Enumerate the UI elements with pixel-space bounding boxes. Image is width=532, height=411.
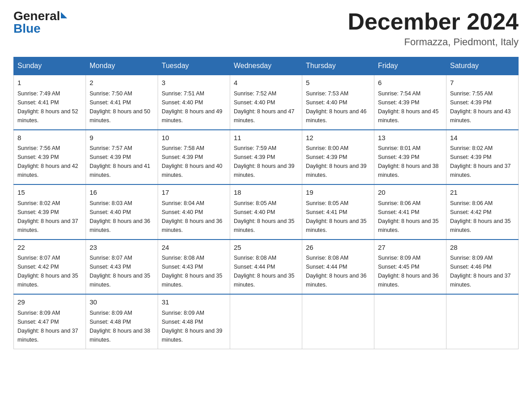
- day-number: 12: [306, 133, 370, 143]
- day-number: 28: [450, 243, 515, 253]
- day-info: Sunrise: 8:02 AMSunset: 4:39 PMDaylight:…: [450, 145, 511, 178]
- day-info: Sunrise: 8:06 AMSunset: 4:41 PMDaylight:…: [378, 200, 439, 233]
- day-info: Sunrise: 7:53 AMSunset: 4:40 PMDaylight:…: [306, 90, 367, 124]
- day-number: 19: [306, 188, 370, 198]
- day-info: Sunrise: 8:01 AMSunset: 4:39 PMDaylight:…: [378, 145, 439, 178]
- day-number: 27: [378, 243, 442, 253]
- weekday-header-sunday: Sunday: [14, 57, 86, 75]
- title-area: December 2024 Formazza, Piedmont, Italy: [348, 9, 519, 48]
- calendar-week-row: 1 Sunrise: 7:49 AMSunset: 4:41 PMDayligh…: [14, 75, 519, 130]
- calendar-week-row: 22 Sunrise: 8:07 AMSunset: 4:42 PMDaylig…: [14, 240, 519, 295]
- day-number: 20: [378, 188, 442, 198]
- day-number: 5: [306, 78, 370, 88]
- day-number: 22: [17, 243, 82, 253]
- day-info: Sunrise: 8:05 AMSunset: 4:41 PMDaylight:…: [306, 200, 367, 233]
- calendar-cell: 14 Sunrise: 8:02 AMSunset: 4:39 PMDaylig…: [446, 130, 519, 185]
- calendar-cell: 29 Sunrise: 8:09 AMSunset: 4:47 PMDaylig…: [14, 294, 86, 349]
- calendar-cell: 7 Sunrise: 7:55 AMSunset: 4:39 PMDayligh…: [446, 75, 519, 130]
- day-number: 6: [378, 78, 442, 88]
- day-info: Sunrise: 8:09 AMSunset: 4:45 PMDaylight:…: [378, 255, 439, 288]
- calendar-cell: 17 Sunrise: 8:04 AMSunset: 4:40 PMDaylig…: [158, 184, 230, 240]
- calendar-cell: 20 Sunrise: 8:06 AMSunset: 4:41 PMDaylig…: [374, 184, 446, 240]
- day-info: Sunrise: 8:08 AMSunset: 4:44 PMDaylight:…: [234, 255, 295, 288]
- calendar-cell: 16 Sunrise: 8:03 AMSunset: 4:40 PMDaylig…: [86, 184, 158, 240]
- calendar-cell: 24 Sunrise: 8:08 AMSunset: 4:43 PMDaylig…: [158, 240, 230, 295]
- logo-blue-text: Blue: [13, 21, 41, 35]
- calendar-week-row: 8 Sunrise: 7:56 AMSunset: 4:39 PMDayligh…: [14, 130, 519, 185]
- calendar-cell: 25 Sunrise: 8:08 AMSunset: 4:44 PMDaylig…: [230, 240, 302, 295]
- day-info: Sunrise: 8:05 AMSunset: 4:40 PMDaylight:…: [234, 200, 295, 233]
- day-info: Sunrise: 7:55 AMSunset: 4:39 PMDaylight:…: [450, 90, 511, 124]
- calendar-cell: 15 Sunrise: 8:02 AMSunset: 4:39 PMDaylig…: [14, 184, 86, 240]
- day-info: Sunrise: 8:09 AMSunset: 4:47 PMDaylight:…: [17, 310, 78, 343]
- day-number: 4: [234, 78, 298, 88]
- day-number: 30: [90, 297, 154, 308]
- calendar-cell: 12 Sunrise: 8:00 AMSunset: 4:39 PMDaylig…: [302, 130, 374, 185]
- calendar-cell: [374, 294, 446, 349]
- day-number: 10: [162, 133, 226, 143]
- day-number: 1: [17, 78, 82, 88]
- day-info: Sunrise: 7:51 AMSunset: 4:40 PMDaylight:…: [162, 90, 223, 124]
- day-info: Sunrise: 8:04 AMSunset: 4:40 PMDaylight:…: [162, 200, 223, 233]
- day-number: 3: [162, 78, 226, 88]
- day-number: 16: [90, 188, 154, 198]
- calendar-cell: 13 Sunrise: 8:01 AMSunset: 4:39 PMDaylig…: [374, 130, 446, 185]
- day-info: Sunrise: 8:09 AMSunset: 4:48 PMDaylight:…: [90, 310, 150, 343]
- calendar-cell: 11 Sunrise: 7:59 AMSunset: 4:39 PMDaylig…: [230, 130, 302, 185]
- day-number: 11: [234, 133, 298, 143]
- calendar-cell: 27 Sunrise: 8:09 AMSunset: 4:45 PMDaylig…: [374, 240, 446, 295]
- day-number: 15: [17, 188, 82, 198]
- calendar-cell: 9 Sunrise: 7:57 AMSunset: 4:39 PMDayligh…: [86, 130, 158, 185]
- day-number: 23: [90, 243, 154, 253]
- day-info: Sunrise: 7:58 AMSunset: 4:39 PMDaylight:…: [162, 145, 223, 178]
- calendar-cell: 3 Sunrise: 7:51 AMSunset: 4:40 PMDayligh…: [158, 75, 230, 130]
- calendar-cell: 26 Sunrise: 8:08 AMSunset: 4:44 PMDaylig…: [302, 240, 374, 295]
- day-info: Sunrise: 8:08 AMSunset: 4:44 PMDaylight:…: [306, 255, 367, 288]
- calendar-cell: 2 Sunrise: 7:50 AMSunset: 4:41 PMDayligh…: [86, 75, 158, 130]
- day-info: Sunrise: 8:07 AMSunset: 4:43 PMDaylight:…: [90, 255, 150, 288]
- month-title: December 2024: [348, 9, 519, 34]
- calendar-cell: 6 Sunrise: 7:54 AMSunset: 4:39 PMDayligh…: [374, 75, 446, 130]
- calendar-table: SundayMondayTuesdayWednesdayThursdayFrid…: [13, 57, 519, 349]
- day-number: 17: [162, 188, 226, 198]
- day-number: 24: [162, 243, 226, 253]
- day-number: 13: [378, 133, 442, 143]
- day-info: Sunrise: 7:57 AMSunset: 4:39 PMDaylight:…: [90, 145, 150, 178]
- day-info: Sunrise: 8:00 AMSunset: 4:39 PMDaylight:…: [306, 145, 367, 178]
- day-info: Sunrise: 7:54 AMSunset: 4:39 PMDaylight:…: [378, 90, 439, 124]
- calendar-cell: 21 Sunrise: 8:06 AMSunset: 4:42 PMDaylig…: [446, 184, 519, 240]
- day-info: Sunrise: 8:03 AMSunset: 4:40 PMDaylight:…: [90, 200, 150, 233]
- calendar-cell: 1 Sunrise: 7:49 AMSunset: 4:41 PMDayligh…: [14, 75, 86, 130]
- calendar-cell: 18 Sunrise: 8:05 AMSunset: 4:40 PMDaylig…: [230, 184, 302, 240]
- calendar-cell: 30 Sunrise: 8:09 AMSunset: 4:48 PMDaylig…: [86, 294, 158, 349]
- calendar-cell: 10 Sunrise: 7:58 AMSunset: 4:39 PMDaylig…: [158, 130, 230, 185]
- day-info: Sunrise: 7:59 AMSunset: 4:39 PMDaylight:…: [234, 145, 295, 178]
- calendar-cell: 5 Sunrise: 7:53 AMSunset: 4:40 PMDayligh…: [302, 75, 374, 130]
- weekday-header-thursday: Thursday: [302, 57, 374, 75]
- day-info: Sunrise: 7:49 AMSunset: 4:41 PMDaylight:…: [17, 90, 78, 124]
- logo-triangle-icon: [61, 12, 67, 18]
- page-header: General Blue December 2024 Formazza, Pie…: [13, 9, 519, 48]
- day-number: 14: [450, 133, 515, 143]
- calendar-cell: [230, 294, 302, 349]
- day-info: Sunrise: 8:08 AMSunset: 4:43 PMDaylight:…: [162, 255, 223, 288]
- day-info: Sunrise: 8:07 AMSunset: 4:42 PMDaylight:…: [17, 255, 78, 288]
- day-info: Sunrise: 7:50 AMSunset: 4:41 PMDaylight:…: [90, 90, 150, 124]
- weekday-header-wednesday: Wednesday: [230, 57, 302, 75]
- day-number: 18: [234, 188, 298, 198]
- day-info: Sunrise: 7:56 AMSunset: 4:39 PMDaylight:…: [17, 145, 78, 178]
- calendar-cell: 8 Sunrise: 7:56 AMSunset: 4:39 PMDayligh…: [14, 130, 86, 185]
- day-number: 9: [90, 133, 154, 143]
- calendar-cell: 28 Sunrise: 8:09 AMSunset: 4:46 PMDaylig…: [446, 240, 519, 295]
- weekday-header-saturday: Saturday: [446, 57, 519, 75]
- day-number: 29: [17, 297, 82, 308]
- logo: General Blue: [13, 9, 67, 36]
- calendar-cell: 22 Sunrise: 8:07 AMSunset: 4:42 PMDaylig…: [14, 240, 86, 295]
- day-number: 31: [162, 297, 226, 308]
- calendar-cell: 4 Sunrise: 7:52 AMSunset: 4:40 PMDayligh…: [230, 75, 302, 130]
- calendar-week-row: 15 Sunrise: 8:02 AMSunset: 4:39 PMDaylig…: [14, 184, 519, 240]
- day-number: 7: [450, 78, 515, 88]
- weekday-header-friday: Friday: [374, 57, 446, 75]
- day-info: Sunrise: 8:09 AMSunset: 4:48 PMDaylight:…: [162, 310, 223, 343]
- calendar-cell: [302, 294, 374, 349]
